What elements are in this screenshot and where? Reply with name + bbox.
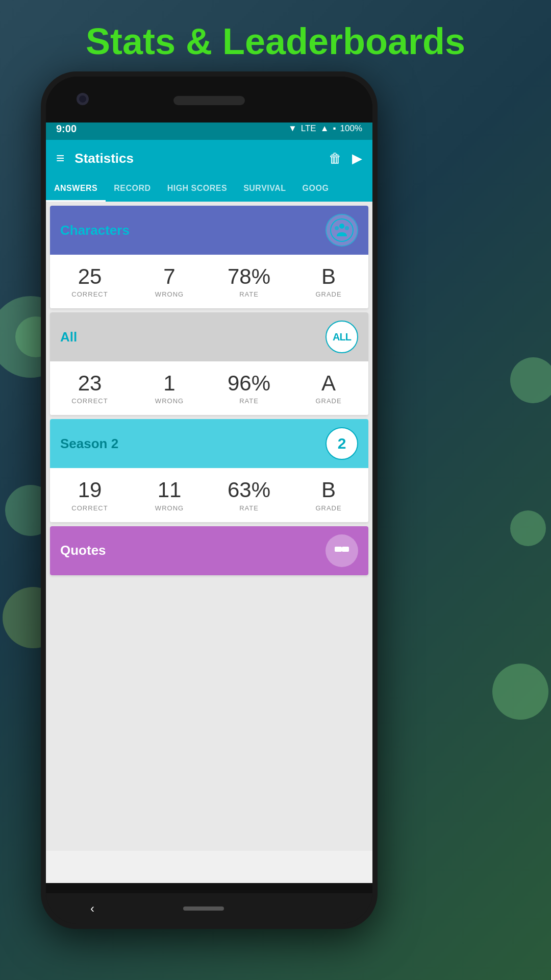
tab-google[interactable]: GOOG [294, 177, 337, 200]
hamburger-menu-icon[interactable]: ≡ [56, 150, 64, 166]
all-correct-value: 23 [50, 372, 130, 395]
characters-icon [325, 214, 358, 247]
all-card: All ALL 23 CORRECT 1 WRONG 96% [50, 312, 368, 415]
characters-rate-value: 78% [209, 265, 289, 288]
battery-icon: ▪ [333, 124, 336, 134]
season2-correct-label: CORRECT [50, 504, 130, 512]
phone-top-bar [46, 77, 372, 122]
characters-stats: 25 CORRECT 7 WRONG 78% RATE B [50, 255, 368, 308]
all-icon: ALL [325, 321, 358, 353]
svg-point-0 [331, 219, 353, 241]
tabs-bar: ANSWERS RECORD HIGH SCORES SURVIVAL GOOG [46, 177, 372, 202]
battery-label: 100% [340, 124, 362, 134]
quotes-card-title: Quotes [60, 543, 106, 558]
characters-wrong: 7 WRONG [130, 265, 209, 298]
camera-lens [79, 95, 86, 103]
season2-correct: 19 CORRECT [50, 478, 130, 511]
camera [77, 93, 89, 105]
tab-record[interactable]: RECORD [106, 177, 159, 200]
characters-correct: 25 CORRECT [50, 265, 130, 298]
signal-icon: ▲ [320, 124, 329, 134]
svg-point-3 [345, 226, 349, 230]
characters-rate-label: RATE [209, 290, 289, 298]
bottom-nav: ‹ [46, 893, 372, 924]
characters-grade-label: GRADE [289, 290, 368, 298]
characters-card-title: Characters [60, 223, 130, 238]
all-card-header: All ALL [50, 312, 368, 361]
tab-high-scores[interactable]: HIGH SCORES [159, 177, 236, 200]
season2-card-title: Season 2 [60, 436, 118, 452]
characters-svg [330, 218, 354, 242]
all-correct-label: CORRECT [50, 397, 130, 405]
all-grade: A GRADE [289, 372, 368, 405]
svg-point-1 [339, 224, 344, 229]
characters-grade: B GRADE [289, 265, 368, 298]
network-label: LTE [301, 124, 316, 134]
season2-stats: 19 CORRECT 11 WRONG 63% RATE B [50, 468, 368, 522]
svg-point-2 [335, 226, 339, 230]
all-wrong: 1 WRONG [130, 372, 209, 405]
characters-card-header: Characters [50, 206, 368, 255]
status-time: 9:00 [56, 123, 77, 135]
season2-rate: 63% RATE [209, 478, 289, 511]
wifi-icon: ▼ [288, 124, 297, 134]
bg-decoration-5 [510, 357, 551, 403]
app-bar: ≡ Statistics 🗑 ▶ [46, 140, 372, 177]
season2-correct-value: 19 [50, 478, 130, 502]
status-right: ▼ LTE ▲ ▪ 100% [288, 124, 362, 134]
characters-rate: 78% RATE [209, 265, 289, 298]
delete-icon[interactable]: 🗑 [329, 151, 342, 166]
quotes-svg [333, 542, 351, 560]
season2-rate-label: RATE [209, 504, 289, 512]
phone-frame: 9:00 ▼ LTE ▲ ▪ 100% ≡ Statistics 🗑 ▶ [41, 71, 378, 929]
season2-wrong-label: WRONG [130, 504, 209, 512]
season2-card: Season 2 2 19 CORRECT 11 WRONG [50, 419, 368, 522]
characters-correct-value: 25 [50, 265, 130, 288]
all-wrong-value: 1 [130, 372, 209, 395]
quotes-icon [325, 534, 358, 567]
season2-rate-value: 63% [209, 478, 289, 502]
speaker [173, 96, 245, 105]
season2-wrong-value: 11 [130, 478, 209, 502]
season2-icon: 2 [325, 427, 358, 460]
back-button[interactable]: ‹ [90, 901, 94, 916]
characters-wrong-label: WRONG [130, 290, 209, 298]
season2-card-header: Season 2 2 [50, 419, 368, 468]
characters-wrong-value: 7 [130, 265, 209, 288]
all-grade-label: GRADE [289, 397, 368, 405]
all-wrong-label: WRONG [130, 397, 209, 405]
bg-decoration-6 [510, 510, 546, 546]
all-rate: 96% RATE [209, 372, 289, 405]
season2-grade-label: GRADE [289, 504, 368, 512]
season2-wrong: 11 WRONG [130, 478, 209, 511]
season2-grade: B GRADE [289, 478, 368, 511]
app-bar-title: Statistics [74, 151, 329, 166]
bg-decoration-7 [492, 664, 548, 720]
home-indicator[interactable] [183, 906, 224, 911]
app-bar-actions: 🗑 ▶ [329, 151, 362, 166]
all-rate-label: RATE [209, 397, 289, 405]
all-grade-value: A [289, 372, 368, 395]
quotes-card-header: Quotes [50, 526, 368, 575]
content-area: Characters [46, 202, 372, 851]
quotes-card: Quotes [50, 526, 368, 575]
screen: 9:00 ▼ LTE ▲ ▪ 100% ≡ Statistics 🗑 ▶ [46, 117, 372, 883]
page-heading: Stats & Leaderboards [0, 20, 551, 62]
season2-grade-value: B [289, 478, 368, 502]
characters-card: Characters [50, 206, 368, 308]
characters-grade-value: B [289, 265, 368, 288]
all-stats: 23 CORRECT 1 WRONG 96% RATE A [50, 361, 368, 415]
svg-rect-5 [342, 547, 349, 552]
characters-correct-label: CORRECT [50, 290, 130, 298]
all-rate-value: 96% [209, 372, 289, 395]
phone-inner: 9:00 ▼ LTE ▲ ▪ 100% ≡ Statistics 🗑 ▶ [46, 77, 372, 924]
all-correct: 23 CORRECT [50, 372, 130, 405]
play-icon[interactable]: ▶ [352, 151, 362, 166]
tab-survival[interactable]: SURVIVAL [235, 177, 294, 200]
all-card-title: All [60, 329, 77, 345]
svg-rect-4 [335, 547, 342, 552]
tab-answers[interactable]: ANSWERS [46, 177, 106, 202]
